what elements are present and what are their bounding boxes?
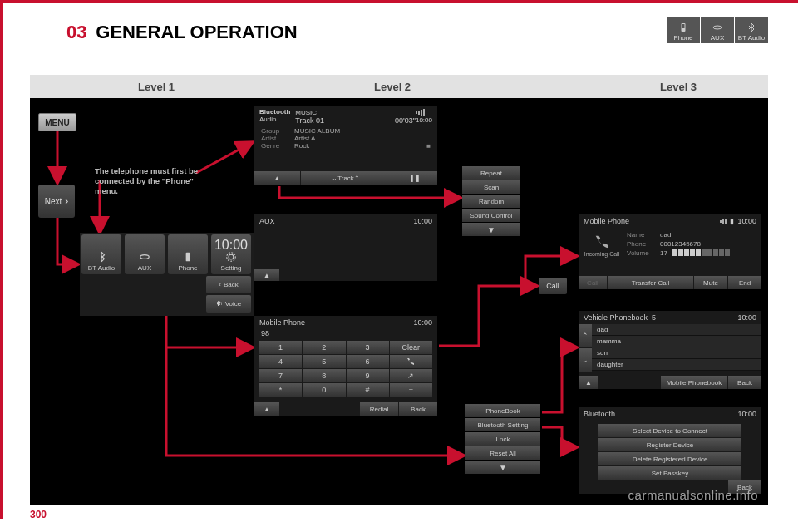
header-btaudio-button[interactable]: BT Audio	[735, 17, 768, 43]
playback-options-list: Repeat Scan Random Sound Control ▼	[462, 166, 520, 236]
connection-note: The telephone must first be connected by…	[95, 166, 211, 196]
key-2[interactable]: 2	[303, 341, 345, 354]
tile-aux[interactable]: AUX	[125, 234, 165, 274]
set-lock[interactable]: Lock	[466, 432, 540, 446]
header-btaudio-label: BT Audio	[738, 34, 765, 42]
tile-phone[interactable]: Phone	[168, 234, 208, 274]
bt-row1-lbl: Artist	[261, 135, 289, 142]
key-star[interactable]: *	[259, 383, 302, 397]
key-6[interactable]: 6	[347, 355, 389, 368]
dial-display: 98_	[254, 329, 437, 337]
phone-label: Phone	[627, 240, 655, 248]
header-phone-button[interactable]: Phone	[667, 17, 700, 43]
opt-repeat[interactable]: Repeat	[462, 166, 520, 180]
volume-bar	[672, 249, 730, 257]
opt-scroll-down[interactable]: ▼	[462, 223, 520, 236]
key-send[interactable]: ↗	[390, 369, 432, 382]
header-mode-buttons: Phone AUX BT Audio	[667, 17, 768, 43]
aux-up-button[interactable]: ▲	[254, 269, 279, 281]
page-accent	[0, 0, 798, 3]
menu-label: MENU	[45, 118, 69, 127]
dial-back-button[interactable]: Back	[399, 402, 437, 416]
btset-title: Bluetooth	[584, 410, 615, 418]
next-label: Next	[45, 197, 62, 206]
key-clear[interactable]: Clear	[390, 341, 432, 354]
caller-phone: 00012345678	[660, 240, 701, 248]
key-5[interactable]: 5	[303, 355, 345, 368]
mute-button[interactable]: Mute	[694, 276, 727, 289]
aux-icon	[138, 251, 151, 263]
svg-point-2	[713, 26, 722, 29]
aux-title: AUX	[259, 217, 275, 225]
next-button[interactable]: Next ›	[38, 185, 75, 218]
voice-button[interactable]: 🗣Voice	[206, 295, 251, 313]
dial-up-button[interactable]: ▲	[254, 402, 279, 416]
bt-row1-val: Artist A	[294, 135, 315, 142]
btset-delete-device[interactable]: Delete Registered Device	[598, 452, 741, 466]
signal-icon	[720, 219, 727, 224]
phone-settings-list: PhoneBook Bluetooth Setting Lock Reset A…	[466, 404, 540, 474]
name-label: Name	[627, 231, 655, 239]
aux-clock: 10:00	[413, 217, 432, 225]
svg-point-5	[229, 254, 234, 259]
aux-screen: AUX 10:00 ▲	[254, 214, 437, 281]
svg-rect-4	[186, 253, 190, 262]
key-9[interactable]: 9	[347, 369, 389, 382]
level1-label: Level 1	[138, 81, 175, 93]
back-button[interactable]: ‹Back	[206, 276, 251, 293]
aux-icon	[712, 22, 722, 32]
tile-btaudio[interactable]: BT Audio	[81, 234, 121, 274]
opt-scan[interactable]: Scan	[462, 180, 520, 194]
opt-sound[interactable]: Sound Control	[462, 209, 520, 222]
key-hash[interactable]: #	[347, 383, 389, 397]
phone-icon	[406, 357, 416, 367]
key-1[interactable]: 1	[259, 341, 302, 354]
dial-screen: Mobile Phone 10:00 98_ 1 2 3 Clear 4 5 6…	[254, 316, 437, 416]
caller-name: dad	[660, 231, 671, 239]
bt-track-prev[interactable]: ⌄ Track ⌃	[301, 171, 392, 185]
chevron-right-icon: ›	[65, 195, 68, 207]
key-plus[interactable]: +	[390, 383, 432, 397]
set-phonebook[interactable]: PhoneBook	[466, 404, 540, 417]
bt-track-name: Track 01	[295, 116, 324, 125]
contact-item[interactable]: son	[592, 347, 761, 359]
transfer-call-button[interactable]: Transfer Call	[608, 276, 693, 289]
menu-button[interactable]: MENU	[38, 113, 76, 131]
set-scroll-down[interactable]: ▼	[466, 461, 540, 474]
btset-register-device[interactable]: Register Device	[598, 438, 741, 451]
incoming-title: Mobile Phone	[584, 217, 629, 225]
btset-set-passkey[interactable]: Set Passkey	[598, 466, 741, 480]
level2-label: Level 2	[374, 81, 411, 93]
set-reset[interactable]: Reset All	[466, 446, 540, 460]
header-aux-button[interactable]: AUX	[701, 17, 734, 43]
contact-item[interactable]: dad	[592, 324, 761, 336]
level3-label: Level 3	[660, 81, 697, 93]
btset-select-device[interactable]: Select Device to Connect	[598, 424, 741, 437]
bt-row2-lbl: Genre	[261, 142, 289, 150]
bt-up-button[interactable]: ▲	[254, 171, 300, 185]
mobile-phonebook-button[interactable]: Mobile Phonebook	[661, 376, 727, 389]
key-0[interactable]: 0	[303, 383, 345, 397]
volume-value: 17	[660, 249, 667, 257]
opt-random[interactable]: Random	[462, 195, 520, 208]
stop-icon: ■	[426, 142, 431, 150]
key-phone[interactable]	[390, 355, 432, 368]
key-3[interactable]: 3	[347, 341, 389, 354]
call-button[interactable]: Call	[539, 278, 567, 294]
end-button[interactable]: End	[728, 276, 761, 289]
svg-rect-1	[682, 24, 685, 28]
incoming-call-disabled: Call	[579, 276, 607, 289]
key-8[interactable]: 8	[303, 369, 345, 382]
bluetooth-icon	[95, 251, 108, 263]
contact-item[interactable]: daughter	[592, 359, 761, 371]
bt-row0-lbl: Group	[261, 127, 289, 135]
key-7[interactable]: 7	[259, 369, 302, 382]
contact-item[interactable]: mamma	[592, 336, 761, 347]
phonebook-up[interactable]: ▲	[579, 376, 598, 389]
phonebook-count: 5	[652, 313, 656, 322]
set-bluetooth[interactable]: Bluetooth Setting	[466, 418, 540, 431]
key-4[interactable]: 4	[259, 355, 302, 368]
redial-button[interactable]: Redial	[360, 402, 398, 416]
bt-pause-button[interactable]: ❚❚	[392, 171, 438, 185]
phonebook-back-button[interactable]: Back	[728, 376, 761, 389]
